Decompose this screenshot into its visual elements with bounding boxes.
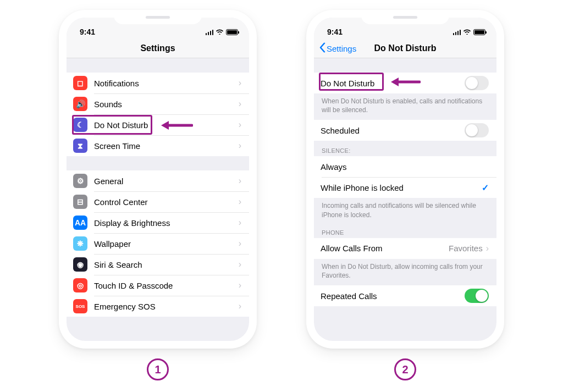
row-label: Allow Calls From: [321, 244, 449, 253]
general-icon: ⚙: [73, 174, 87, 188]
row-detail: Favorites: [449, 244, 483, 253]
page-title: Do Not Disturb: [374, 43, 437, 53]
checkmark-icon: ✓: [482, 183, 489, 193]
step-badge-2: 2: [394, 358, 416, 380]
cell-signal-icon: [206, 30, 214, 35]
phone-header: PHONE: [314, 225, 496, 238]
row-label: Siri & Search: [94, 260, 239, 269]
repeated-calls-row[interactable]: Repeated Calls: [314, 285, 496, 306]
chevron-right-icon: ›: [486, 244, 489, 253]
settings-row-general[interactable]: ⚙General›: [67, 170, 249, 191]
chevron-right-icon: ›: [239, 260, 241, 269]
sounds-icon: 🔊: [73, 97, 87, 111]
allow-calls-row[interactable]: Allow Calls From Favorites ›: [314, 238, 496, 259]
wallpaper-icon: ❋: [73, 236, 87, 251]
row-label: Do Not Disturb: [321, 79, 465, 88]
silence-always-row[interactable]: Always: [314, 156, 496, 177]
status-time: 9:41: [327, 27, 343, 36]
scheduled-toggle[interactable]: [465, 123, 489, 137]
silence-header: SILENCE:: [314, 141, 496, 156]
row-label: Display & Brightness: [94, 218, 239, 228]
settings-row-siri-search[interactable]: ◉Siri & Search›: [67, 254, 249, 275]
nav-bar: Settings Do Not Disturb: [314, 38, 496, 58]
row-label: Notifications: [94, 79, 239, 88]
dnd-icon: ☾: [73, 118, 87, 132]
row-label: Always: [321, 162, 489, 172]
chevron-left-icon: [319, 42, 325, 54]
dnd-toggle-row[interactable]: Do Not Disturb: [314, 73, 496, 93]
settings-row-emergency-sos[interactable]: SOSEmergency SOS›: [67, 296, 249, 317]
dnd-footer: When Do Not Disturb is enabled, calls an…: [314, 93, 496, 120]
chevron-right-icon: ›: [239, 141, 241, 151]
touchid-icon: ◎: [73, 278, 87, 292]
notifications-icon: ◻︎: [73, 76, 87, 90]
dnd-toggle[interactable]: [465, 76, 489, 90]
chevron-right-icon: ›: [239, 280, 241, 290]
settings-row-control-center[interactable]: ⊟Control Center›: [67, 191, 249, 212]
chevron-right-icon: ›: [239, 99, 241, 109]
notch: [114, 10, 202, 24]
row-label: General: [94, 176, 239, 186]
row-label: Touch ID & Passcode: [94, 281, 239, 290]
back-label: Settings: [327, 43, 356, 53]
chevron-right-icon: ›: [239, 301, 241, 311]
wifi-icon: [216, 28, 224, 36]
step-badge-1: 1: [147, 358, 169, 380]
row-label: Wallpaper: [94, 239, 239, 249]
settings-row-touch-id-passcode[interactable]: ◎Touch ID & Passcode›: [67, 275, 249, 296]
chevron-right-icon: ›: [239, 120, 241, 130]
chevron-right-icon: ›: [239, 218, 241, 228]
notch: [361, 10, 449, 24]
nav-bar: Settings: [67, 38, 249, 58]
phone-mockup-1: 9:41 Settings ◻︎Notifications›🔊Sounds›☾D…: [59, 10, 257, 349]
allow-footer: When in Do Not Disturb, allow incoming c…: [314, 259, 496, 285]
status-time: 9:41: [80, 27, 95, 36]
wifi-icon: [463, 28, 471, 36]
chevron-right-icon: ›: [239, 197, 241, 207]
chevron-right-icon: ›: [239, 239, 241, 249]
back-button[interactable]: Settings: [319, 42, 356, 54]
row-label: Scheduled: [321, 126, 465, 135]
chevron-right-icon: ›: [239, 78, 241, 88]
settings-row-sounds[interactable]: 🔊Sounds›: [67, 93, 249, 114]
settings-row-notifications[interactable]: ◻︎Notifications›: [67, 73, 249, 93]
repeated-toggle[interactable]: [465, 289, 489, 303]
battery-icon: [226, 29, 238, 35]
settings-row-do-not-disturb[interactable]: ☾Do Not Disturb›: [67, 114, 249, 135]
phone-mockup-2: 9:41 Settings Do Not Disturb: [306, 10, 504, 349]
cell-signal-icon: [453, 30, 461, 35]
row-label: Emergency SOS: [94, 302, 239, 311]
silence-footer: Incoming calls and notifications will be…: [314, 198, 496, 224]
page-title: Settings: [140, 43, 175, 53]
sos-icon: SOS: [73, 299, 87, 313]
siri-icon: ◉: [73, 257, 87, 272]
settings-row-wallpaper[interactable]: ❋Wallpaper›: [67, 233, 249, 254]
control-center-icon: ⊟: [73, 195, 87, 209]
battery-icon: [473, 29, 485, 35]
row-label: Repeated Calls: [321, 291, 465, 301]
row-label: Do Not Disturb: [94, 120, 239, 130]
row-label: Sounds: [94, 100, 239, 109]
silence-locked-row[interactable]: While iPhone is locked ✓: [314, 177, 496, 198]
display-icon: AA: [73, 216, 87, 230]
row-label: Screen Time: [94, 141, 239, 151]
row-label: While iPhone is locked: [321, 183, 482, 192]
screentime-icon: ⧗: [73, 139, 87, 153]
row-label: Control Center: [94, 197, 239, 207]
chevron-right-icon: ›: [239, 176, 241, 186]
scheduled-toggle-row[interactable]: Scheduled: [314, 120, 496, 141]
settings-row-screen-time[interactable]: ⧗Screen Time›: [67, 135, 249, 156]
settings-row-display-brightness[interactable]: AADisplay & Brightness›: [67, 212, 249, 233]
